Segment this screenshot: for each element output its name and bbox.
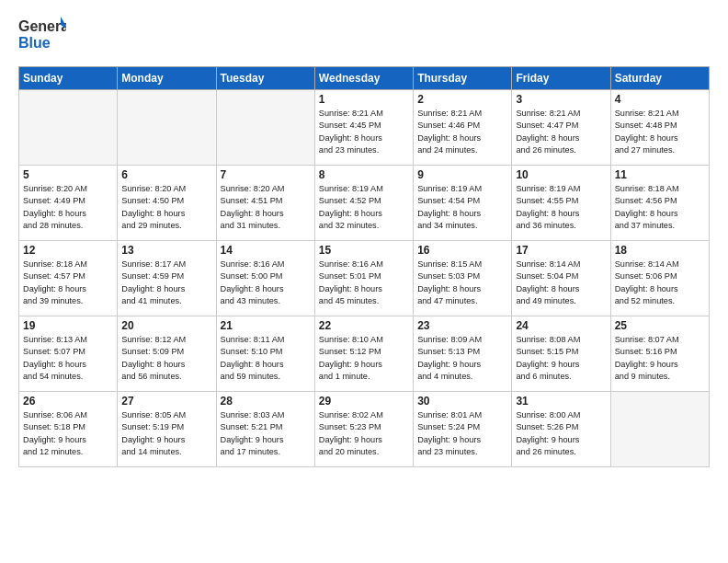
calendar-cell: 13Sunrise: 8:17 AM Sunset: 4:59 PM Dayli… (118, 241, 216, 316)
day-number: 12 (23, 244, 113, 257)
calendar-cell: 20Sunrise: 8:12 AM Sunset: 5:09 PM Dayli… (118, 316, 216, 392)
calendar-cell: 17Sunrise: 8:14 AM Sunset: 5:04 PM Dayli… (512, 241, 610, 316)
calendar-cell: 27Sunrise: 8:05 AM Sunset: 5:19 PM Dayli… (118, 392, 216, 467)
calendar-page: General Blue SundayMondayTuesdayWednesda… (0, 0, 728, 482)
calendar-cell: 9Sunrise: 8:19 AM Sunset: 4:54 PM Daylig… (414, 166, 512, 241)
day-info: Sunrise: 8:21 AM Sunset: 4:47 PM Dayligh… (516, 108, 606, 156)
logo: General Blue (18, 15, 66, 55)
day-info: Sunrise: 8:11 AM Sunset: 5:10 PM Dayligh… (221, 334, 311, 383)
day-info: Sunrise: 8:19 AM Sunset: 4:52 PM Dayligh… (319, 183, 409, 232)
day-number: 10 (516, 168, 606, 181)
calendar-cell: 10Sunrise: 8:19 AM Sunset: 4:55 PM Dayli… (512, 166, 610, 241)
day-info: Sunrise: 8:16 AM Sunset: 5:00 PM Dayligh… (221, 259, 311, 307)
weekday-header-wednesday: Wednesday (314, 67, 413, 90)
calendar-cell: 31Sunrise: 8:00 AM Sunset: 5:26 PM Dayli… (512, 392, 610, 467)
day-info: Sunrise: 8:20 AM Sunset: 4:50 PM Dayligh… (121, 183, 211, 232)
day-info: Sunrise: 8:16 AM Sunset: 5:01 PM Dayligh… (319, 259, 409, 307)
day-number: 23 (417, 319, 507, 332)
week-row-3: 19Sunrise: 8:13 AM Sunset: 5:07 PM Dayli… (19, 316, 710, 392)
day-number: 27 (121, 395, 211, 408)
week-row-0: 1Sunrise: 8:21 AM Sunset: 4:45 PM Daylig… (19, 90, 710, 166)
day-number: 8 (319, 168, 409, 181)
day-info: Sunrise: 8:18 AM Sunset: 4:56 PM Dayligh… (615, 183, 705, 232)
day-info: Sunrise: 8:00 AM Sunset: 5:26 PM Dayligh… (516, 409, 606, 458)
calendar-cell: 23Sunrise: 8:09 AM Sunset: 5:13 PM Dayli… (414, 316, 512, 392)
day-info: Sunrise: 8:13 AM Sunset: 5:07 PM Dayligh… (23, 334, 113, 383)
day-info: Sunrise: 8:01 AM Sunset: 5:24 PM Dayligh… (417, 409, 507, 458)
calendar-cell: 25Sunrise: 8:07 AM Sunset: 5:16 PM Dayli… (610, 316, 709, 392)
day-number: 18 (615, 244, 705, 257)
calendar-cell: 19Sunrise: 8:13 AM Sunset: 5:07 PM Dayli… (19, 316, 118, 392)
calendar-cell: 12Sunrise: 8:18 AM Sunset: 4:57 PM Dayli… (19, 241, 118, 316)
day-number: 9 (417, 168, 507, 181)
day-number: 25 (615, 319, 705, 332)
day-info: Sunrise: 8:12 AM Sunset: 5:09 PM Dayligh… (121, 334, 211, 383)
calendar-cell: 11Sunrise: 8:18 AM Sunset: 4:56 PM Dayli… (610, 166, 709, 241)
calendar-cell: 28Sunrise: 8:03 AM Sunset: 5:21 PM Dayli… (216, 392, 314, 467)
calendar-cell: 26Sunrise: 8:06 AM Sunset: 5:18 PM Dayli… (19, 392, 118, 467)
calendar-cell: 4Sunrise: 8:21 AM Sunset: 4:48 PM Daylig… (610, 90, 709, 166)
day-info: Sunrise: 8:08 AM Sunset: 5:15 PM Dayligh… (516, 334, 606, 383)
day-info: Sunrise: 8:07 AM Sunset: 5:16 PM Dayligh… (615, 334, 705, 383)
calendar-cell (19, 90, 118, 166)
calendar-cell: 3Sunrise: 8:21 AM Sunset: 4:47 PM Daylig… (512, 90, 610, 166)
day-number: 20 (121, 319, 211, 332)
day-info: Sunrise: 8:17 AM Sunset: 4:59 PM Dayligh… (121, 259, 211, 307)
calendar-cell: 30Sunrise: 8:01 AM Sunset: 5:24 PM Dayli… (414, 392, 512, 467)
svg-text:Blue: Blue (18, 35, 51, 51)
day-number: 24 (516, 319, 606, 332)
day-info: Sunrise: 8:15 AM Sunset: 5:03 PM Dayligh… (417, 259, 507, 307)
day-number: 21 (221, 319, 311, 332)
calendar-cell: 24Sunrise: 8:08 AM Sunset: 5:15 PM Dayli… (512, 316, 610, 392)
day-number: 17 (516, 244, 606, 257)
day-number: 19 (23, 319, 113, 332)
calendar-cell (216, 90, 314, 166)
day-info: Sunrise: 8:02 AM Sunset: 5:23 PM Dayligh… (319, 409, 409, 458)
day-number: 22 (319, 319, 409, 332)
calendar-cell: 16Sunrise: 8:15 AM Sunset: 5:03 PM Dayli… (414, 241, 512, 316)
week-row-1: 5Sunrise: 8:20 AM Sunset: 4:49 PM Daylig… (19, 166, 710, 241)
day-number: 15 (319, 244, 409, 257)
weekday-header-friday: Friday (512, 67, 610, 90)
weekday-header-tuesday: Tuesday (216, 67, 314, 90)
week-row-4: 26Sunrise: 8:06 AM Sunset: 5:18 PM Dayli… (19, 392, 710, 467)
weekday-header-saturday: Saturday (610, 67, 709, 90)
calendar-cell: 6Sunrise: 8:20 AM Sunset: 4:50 PM Daylig… (118, 166, 216, 241)
day-number: 4 (615, 93, 705, 106)
day-number: 30 (417, 395, 507, 408)
weekday-header-monday: Monday (118, 67, 216, 90)
logo-svg: General Blue (18, 15, 66, 55)
day-number: 26 (23, 395, 113, 408)
day-number: 2 (417, 93, 507, 106)
weekday-header-row: SundayMondayTuesdayWednesdayThursdayFrid… (19, 67, 710, 90)
day-info: Sunrise: 8:20 AM Sunset: 4:49 PM Dayligh… (23, 183, 113, 232)
day-number: 14 (221, 244, 311, 257)
day-info: Sunrise: 8:06 AM Sunset: 5:18 PM Dayligh… (23, 409, 113, 458)
day-number: 29 (319, 395, 409, 408)
day-number: 16 (417, 244, 507, 257)
day-info: Sunrise: 8:19 AM Sunset: 4:54 PM Dayligh… (417, 183, 507, 232)
weekday-header-thursday: Thursday (414, 67, 512, 90)
day-info: Sunrise: 8:21 AM Sunset: 4:45 PM Dayligh… (319, 108, 409, 156)
day-number: 1 (319, 93, 409, 106)
header: General Blue (18, 15, 710, 55)
day-number: 6 (121, 168, 211, 181)
day-info: Sunrise: 8:14 AM Sunset: 5:04 PM Dayligh… (516, 259, 606, 307)
day-info: Sunrise: 8:20 AM Sunset: 4:51 PM Dayligh… (221, 183, 311, 232)
calendar-cell: 7Sunrise: 8:20 AM Sunset: 4:51 PM Daylig… (216, 166, 314, 241)
day-info: Sunrise: 8:21 AM Sunset: 4:48 PM Dayligh… (615, 108, 705, 156)
day-number: 13 (121, 244, 211, 257)
calendar-cell: 14Sunrise: 8:16 AM Sunset: 5:00 PM Dayli… (216, 241, 314, 316)
calendar-cell: 18Sunrise: 8:14 AM Sunset: 5:06 PM Dayli… (610, 241, 709, 316)
week-row-2: 12Sunrise: 8:18 AM Sunset: 4:57 PM Dayli… (19, 241, 710, 316)
day-info: Sunrise: 8:10 AM Sunset: 5:12 PM Dayligh… (319, 334, 409, 383)
day-info: Sunrise: 8:18 AM Sunset: 4:57 PM Dayligh… (23, 259, 113, 307)
calendar-cell: 2Sunrise: 8:21 AM Sunset: 4:46 PM Daylig… (414, 90, 512, 166)
calendar-cell: 29Sunrise: 8:02 AM Sunset: 5:23 PM Dayli… (314, 392, 413, 467)
day-number: 31 (516, 395, 606, 408)
day-info: Sunrise: 8:09 AM Sunset: 5:13 PM Dayligh… (417, 334, 507, 383)
calendar-cell (118, 90, 216, 166)
svg-text:General: General (18, 18, 66, 34)
day-info: Sunrise: 8:19 AM Sunset: 4:55 PM Dayligh… (516, 183, 606, 232)
calendar-cell: 15Sunrise: 8:16 AM Sunset: 5:01 PM Dayli… (314, 241, 413, 316)
